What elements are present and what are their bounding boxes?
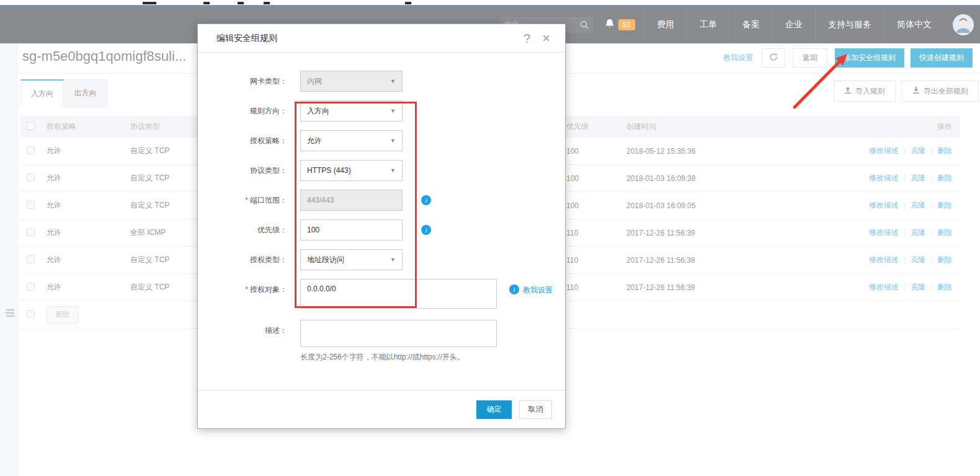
auth-type-select[interactable]: 地址段访问▼: [300, 249, 403, 270]
chevron-down-icon: ▼: [390, 108, 396, 114]
auth-policy-select[interactable]: 允许▼: [300, 130, 403, 151]
auth-object-textarea[interactable]: 0.0.0.0/0: [300, 279, 497, 309]
protocol-type-label: 协议类型：: [198, 160, 287, 181]
description-label: 描述：: [198, 320, 287, 347]
browser-chrome-fragment: [203, 2, 210, 4]
chevron-down-icon: ▼: [390, 78, 396, 84]
browser-chrome-strip: [0, 0, 980, 5]
info-icon[interactable]: i: [421, 225, 431, 235]
chevron-down-icon: ▼: [390, 138, 396, 144]
priority-label: 优先级：: [198, 219, 287, 240]
cancel-button[interactable]: 取消: [519, 400, 552, 419]
browser-chrome-fragment: [264, 2, 270, 4]
nic-type-select: 内网▼: [300, 71, 403, 92]
rule-direction-select[interactable]: 入方向▼: [300, 100, 403, 121]
nic-type-label: 网卡类型：: [198, 71, 287, 92]
chevron-down-icon: ▼: [390, 257, 396, 263]
browser-chrome-fragment: [405, 2, 411, 4]
browser-window-border: [0, 5, 980, 6]
help-icon[interactable]: ?: [523, 32, 530, 46]
port-range-label: *端口范围：: [198, 190, 287, 211]
auth-type-label: 授权类型：: [198, 249, 287, 270]
auth-object-label: *授权对象：: [198, 279, 287, 309]
required-asterisk: *: [245, 196, 248, 205]
port-range-input: [300, 190, 403, 211]
info-icon[interactable]: i: [421, 195, 431, 205]
browser-chrome-fragment: [238, 2, 244, 4]
teach-me-setup-link[interactable]: 教我设置: [523, 285, 553, 296]
auth-policy-label: 授权策略：: [198, 130, 287, 151]
dialog-title: 编辑安全组规则: [216, 33, 277, 44]
required-asterisk: *: [245, 285, 248, 294]
chevron-down-icon: ▼: [390, 167, 396, 174]
protocol-type-select[interactable]: HTTPS (443)▼: [300, 160, 403, 181]
description-hint: 长度为2-256个字符，不能以http://或https://开头。: [300, 352, 565, 363]
browser-chrome-fragment: [143, 2, 156, 4]
info-icon[interactable]: i: [509, 284, 519, 294]
description-textarea[interactable]: [300, 320, 497, 347]
rule-direction-label: 规则方向：: [198, 100, 287, 121]
close-icon[interactable]: ×: [542, 30, 550, 46]
priority-input[interactable]: [300, 219, 403, 240]
edit-security-group-rule-dialog: 编辑安全组规则 ? × 网卡类型： 内网▼ 规则方向： 入方向▼ 授权策略： 允…: [197, 24, 566, 429]
confirm-button[interactable]: 确定: [476, 400, 512, 419]
